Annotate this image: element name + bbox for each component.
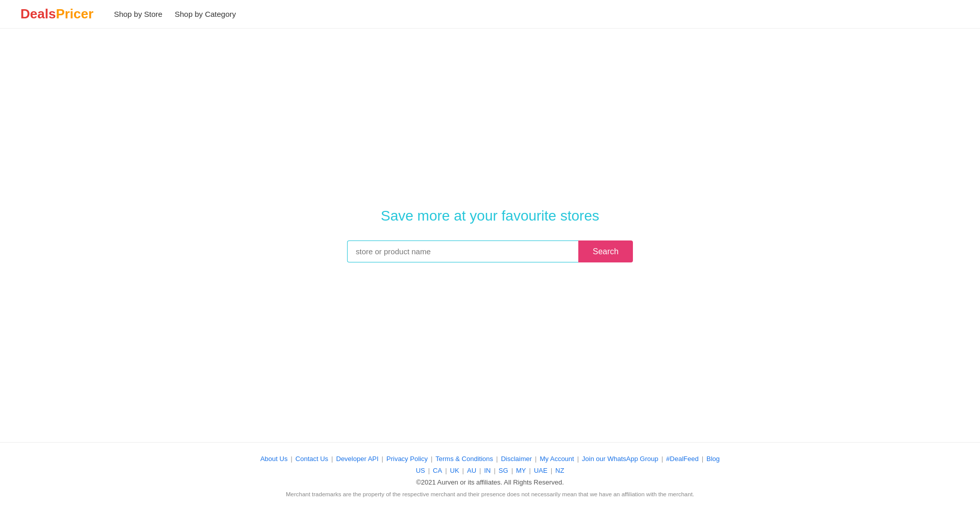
logo-pricer: Pricer: [56, 6, 93, 22]
footer-disclaimer: Merchant trademarks are the property of …: [271, 490, 709, 499]
footer-country-uk[interactable]: UK: [450, 467, 459, 474]
main-content: Save more at your favourite stores Searc…: [0, 29, 980, 442]
logo[interactable]: DealsPricer: [20, 6, 93, 22]
search-bar: Search: [347, 240, 633, 262]
footer-country-links: US | CA | UK | AU | IN | SG | MY | UAE |…: [20, 467, 960, 474]
logo-deals: Deals: [20, 6, 56, 22]
footer-link-privacy[interactable]: Privacy Policy: [386, 455, 428, 463]
footer-link-dealfeed[interactable]: #DealFeed: [666, 455, 699, 463]
footer-link-whatsapp[interactable]: Join our WhatsApp Group: [582, 455, 658, 463]
nav-shop-by-store[interactable]: Shop by Store: [114, 10, 162, 18]
hero-title: Save more at your favourite stores: [381, 208, 599, 224]
footer-country-nz[interactable]: NZ: [555, 467, 564, 474]
footer-country-uae[interactable]: UAE: [534, 467, 548, 474]
header: DealsPricer Shop by Store Shop by Catego…: [0, 0, 980, 29]
footer-link-terms[interactable]: Terms & Conditions: [435, 455, 493, 463]
search-button[interactable]: Search: [578, 240, 633, 262]
nav-shop-by-category[interactable]: Shop by Category: [175, 10, 236, 18]
search-input[interactable]: [347, 240, 578, 262]
footer-links: About Us | Contact Us | Developer API | …: [20, 455, 960, 463]
footer-country-ca[interactable]: CA: [433, 467, 442, 474]
footer-link-my-account[interactable]: My Account: [540, 455, 574, 463]
footer-country-in[interactable]: IN: [484, 467, 491, 474]
footer-link-contact[interactable]: Contact Us: [296, 455, 328, 463]
footer-link-about[interactable]: About Us: [260, 455, 287, 463]
main-nav: Shop by Store Shop by Category: [114, 10, 236, 18]
footer-country-sg[interactable]: SG: [499, 467, 508, 474]
footer: About Us | Contact Us | Developer API | …: [0, 442, 980, 507]
footer-copyright: ©2021 Aurven or its affiliates. All Righ…: [20, 478, 960, 486]
footer-link-disclaimer[interactable]: Disclaimer: [501, 455, 532, 463]
footer-country-my[interactable]: MY: [516, 467, 526, 474]
footer-link-blog[interactable]: Blog: [706, 455, 720, 463]
footer-country-au[interactable]: AU: [467, 467, 476, 474]
footer-link-developer-api[interactable]: Developer API: [336, 455, 379, 463]
footer-country-us[interactable]: US: [416, 467, 425, 474]
